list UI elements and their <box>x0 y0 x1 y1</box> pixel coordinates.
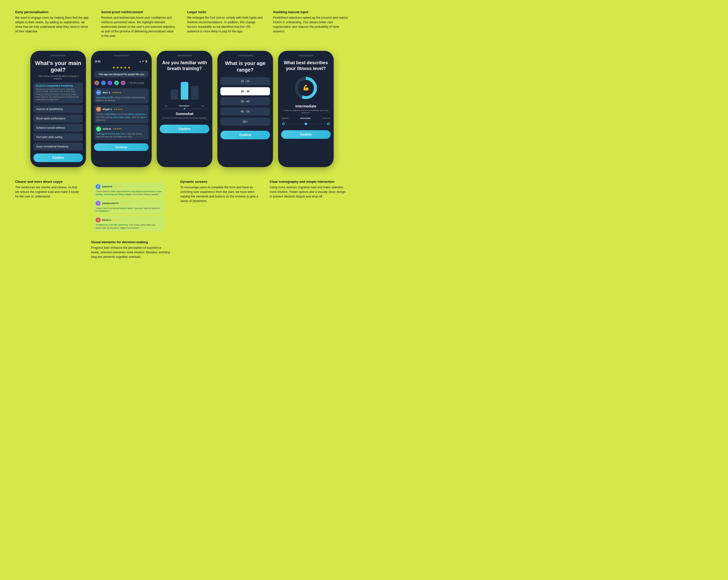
goal-option-sports[interactable]: Boost sports performance <box>33 115 83 122</box>
social-badge: This app was designed for people like yo… <box>94 71 149 78</box>
review-stars-sofia: ★★★★★ <box>113 128 122 130</box>
fp-label-advanced: Advanced <box>322 117 330 119</box>
progress-track <box>162 108 207 109</box>
reviewer-avatar-yama: Y <box>96 201 101 206</box>
review-card-magali: M Magali V. ★★★★★ "On top of alleviating… <box>94 105 149 123</box>
progress-dot-center <box>183 107 186 110</box>
fp-dot-intermediate[interactable] <box>305 123 307 125</box>
annotation-clear-iconography: Clear iconography and simple interaction… <box>270 180 349 259</box>
review-text-magali: "On top of alleviating some of my asthma… <box>96 113 147 121</box>
phone4-title: What is your age range? <box>220 60 270 73</box>
avatars-row: 👤 👤 👤 👤 👤 + 30,000 people <box>94 80 149 86</box>
review-stars-marc: ★★★★★ <box>112 92 121 94</box>
social-stars: ★ ★ ★ ★ ★ <box>94 66 149 70</box>
phone5-title: What best describes your fitness level? <box>281 60 331 72</box>
annotation-larger-fonts: Larger fonts We enlarged the font size t… <box>187 10 263 38</box>
phone-fitness-level: What best describes your fitness level? … <box>278 51 334 167</box>
phone3-title: Are you familiar with breath training? <box>160 60 209 72</box>
reviewer-name-yama: yamamushi170 <box>102 202 119 205</box>
fitness-desc: I exercise regularly and feel comfortabl… <box>281 109 331 114</box>
fp-dot-beginner[interactable] <box>282 123 285 125</box>
goal-option-wellness[interactable]: Enhance overall wellness <box>33 124 83 132</box>
review-text-mariia: "It helped me a lot with swimming. Free … <box>96 224 162 229</box>
avatar-1: 👤 <box>94 80 100 86</box>
fp-line-1 <box>285 124 305 124</box>
phone4-confirm-button[interactable]: Confirm <box>220 131 270 139</box>
bar-somewhat <box>181 82 188 100</box>
review-header-sofia: S Sofia M. ★★★★★ <box>96 126 147 131</box>
reviewer-name-mariia: Mariia A. <box>102 219 111 221</box>
social-badge-text: This app was designed for people like yo… <box>97 73 146 76</box>
bottom-center-col: G Gabriel E. ★★★★★ "I have noticed a cle… <box>91 180 170 259</box>
review-text-sofia: "Surfing feels much safer now. I stay ca… <box>96 132 147 138</box>
donut-chart: 💪 <box>293 75 318 101</box>
phone1-confirm-button[interactable]: Confirm <box>33 153 83 162</box>
avatar-3: 👤 <box>107 80 113 86</box>
annotation-avoiding-manual: Avoiding manual input Predefined selecti… <box>273 10 349 38</box>
somewhat-label: Somewhat <box>160 112 209 116</box>
fp-label-beginner: Beginner <box>282 117 289 119</box>
phone-notch-5 <box>298 55 313 56</box>
phone-age-range: What is your age range? 15 - 24 25 - 34 … <box>217 51 273 167</box>
annotation-clearer-copy: Clearer and more direct copys The senten… <box>15 180 81 259</box>
fitness-progress-track <box>281 123 331 125</box>
review-text-yama: "A good way for achieving mental clarity… <box>96 207 162 212</box>
fp-label-row: Beginner Intermediate Advanced <box>281 117 331 119</box>
reviewer-avatar-mariia: M <box>96 218 101 223</box>
svg-text:💪: 💪 <box>303 84 310 91</box>
label-yes: Yes <box>201 105 204 107</box>
phone2-continue-button[interactable]: Continue <box>94 143 149 151</box>
review-card-mariia: M Mariia A. ★★★★★ "It helped me a lot wi… <box>94 216 164 231</box>
goal-option-surfing[interactable]: Feel safer while surfing <box>33 133 83 141</box>
reviewer-name-sofia: Sofia M. <box>103 128 111 130</box>
review-header-magali: M Magali V. ★★★★★ <box>96 107 147 112</box>
review-stars-gabriel: ★★★★★ <box>114 185 123 187</box>
fp-line-2 <box>307 124 327 124</box>
review-stars-yama: ★★★★★ <box>120 202 129 205</box>
reviewer-name-gabriel: Gabriel E. <box>102 185 113 188</box>
phone-notch-3 <box>177 55 192 56</box>
phone5-confirm-button[interactable]: Confirm <box>281 130 331 139</box>
review-card-gabriel: G Gabriel E. ★★★★★ "I have noticed a cle… <box>94 182 164 198</box>
phone1-subtitle: Don't worry, you will be able to change … <box>33 75 83 80</box>
review-header-marc: M Marc S. ★★★★★ <box>96 90 147 95</box>
goal-option-recreational[interactable]: Enjoy recreational freediving <box>33 143 83 150</box>
phone2-scrolled-reviews: G Gabriel E. ★★★★★ "I have noticed a cle… <box>91 180 167 235</box>
avatar-4: 👤 <box>114 80 119 86</box>
fp-label-intermediate: Intermediate <box>300 117 311 119</box>
progress-labels: No Somewhat Yes <box>160 105 209 107</box>
somewhat-desc: I've tried it a few times but don't prac… <box>160 117 209 119</box>
age-option-25[interactable]: 25 - 34 <box>220 87 270 95</box>
review-card-marc: M Marc S. ★★★★★ Improving my PBs slowly … <box>94 88 149 103</box>
age-option-45[interactable]: 45 - 54 <box>220 107 270 116</box>
review-header-gabriel: G Gabriel E. ★★★★★ <box>96 184 162 189</box>
bar-yes <box>191 86 199 100</box>
selected-goal-option[interactable]: Excel in competitive freediving Break yo… <box>33 82 83 103</box>
goal-option-spearfishing[interactable]: Improve at spearfishing <box>33 105 83 113</box>
phones-row: What's your main goal? Don't worry, you … <box>15 51 349 167</box>
fp-dot-advanced[interactable] <box>327 123 330 125</box>
age-option-35[interactable]: 35 - 44 <box>220 97 270 105</box>
avatar-5: 👤 <box>120 80 126 86</box>
donut-container: 💪 <box>281 75 331 101</box>
reviewer-name-marc: Marc S. <box>103 91 111 94</box>
fitness-level-label: Intermediate <box>281 104 331 108</box>
progress-bar-container <box>160 108 209 109</box>
phone-notch-2 <box>114 55 129 56</box>
annotation-early-personalisation: Early personalisation We want to engage … <box>15 10 91 38</box>
phone-main-goal: What's your main goal? Don't worry, you … <box>30 51 86 167</box>
bottom-section: Clearer and more direct copys The senten… <box>15 180 349 259</box>
age-option-55[interactable]: 55+ <box>220 118 270 126</box>
annotation-dynamic-screens: Dynamic screens To encourage users to co… <box>180 180 259 259</box>
phone-notch-4 <box>238 55 253 56</box>
phone3-confirm-button[interactable]: Confirm <box>160 125 209 133</box>
avatar-2: 👤 <box>101 80 106 86</box>
top-annotations-grid: Early personalisation We want to engage … <box>15 10 349 38</box>
label-no: No <box>165 105 167 107</box>
age-option-15[interactable]: 15 - 24 <box>220 77 270 85</box>
phone-social-proof: 9:41 ▲ ▼ 🔋 ★ ★ ★ ★ ★ This app was design… <box>91 51 152 167</box>
reviewer-avatar-magali: M <box>96 107 101 112</box>
review-text-marc: Improving my PBs slowly but steadily. Br… <box>96 96 147 102</box>
phone1-title: What's your main goal? <box>33 60 83 73</box>
phone-notch-1 <box>51 55 66 56</box>
